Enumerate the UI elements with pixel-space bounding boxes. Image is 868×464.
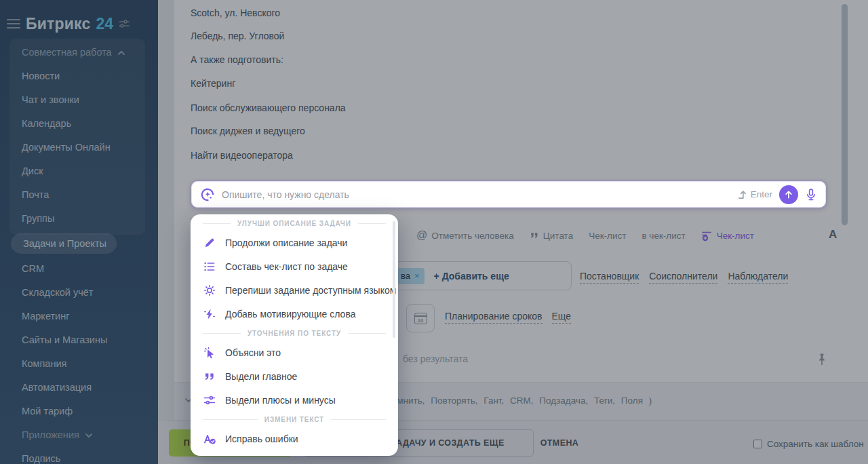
copilot-icon (200, 187, 215, 202)
menu-item-highlight-main[interactable]: Выдели главное (191, 364, 398, 388)
arrow-up-icon (784, 190, 793, 199)
menu-section-edit: ИЗМЕНИ ТЕКСТ (191, 412, 398, 427)
menu-item-add-motivation[interactable]: Добавь мотивирующие слова (191, 302, 398, 326)
menu-item-partial[interactable] (191, 450, 398, 456)
menu-item-pros-cons[interactable]: Выдели плюсы и минусы (191, 388, 398, 412)
menu-item-rewrite-simple[interactable]: Перепиши задание доступным языком (191, 278, 398, 302)
enter-key-icon (737, 189, 747, 200)
sun-icon (203, 284, 216, 296)
menu-section-improve: УЛУЧШИ ОПИСАНИЕ ЗАДАЧИ (191, 216, 398, 231)
lightning-icon (203, 308, 216, 320)
spellcheck-icon (203, 433, 216, 445)
cursor-spark-icon (203, 347, 216, 359)
menu-item-label: Продолжи описание задачи (225, 237, 347, 248)
menu-item-fix-errors[interactable]: Исправь ошибки (191, 427, 398, 450)
bullet-list-icon (203, 260, 216, 273)
microphone-button[interactable] (805, 188, 817, 201)
send-button[interactable] (779, 185, 798, 204)
quotes-icon (203, 370, 216, 383)
copilot-input[interactable] (222, 189, 730, 200)
menu-item-label: Добавь мотивирующие слова (225, 309, 355, 320)
copilot-bar: Enter (191, 181, 826, 208)
menu-item-make-checklist[interactable]: Составь чек-лист по задаче (191, 254, 398, 278)
menu-item-label: Объясни это (225, 347, 281, 358)
menu-item-explain[interactable]: Объясни это (191, 341, 398, 364)
menu-scrollbar[interactable] (393, 221, 395, 338)
menu-item-label: Перепиши задание доступным языком (225, 285, 396, 296)
menu-item-label: Выдели плюсы и минусы (225, 395, 336, 406)
menu-section-clarify: УТОЧНЕНИЯ ПО ТЕКСТУ (191, 326, 398, 341)
dim-overlay (0, 0, 868, 464)
menu-item-label: Составь чек-лист по задаче (225, 261, 348, 272)
menu-item-continue-description[interactable]: Продолжи описание задачи (191, 231, 398, 254)
microphone-icon (805, 188, 817, 201)
copilot-menu: УЛУЧШИ ОПИСАНИЕ ЗАДАЧИ Продолжи описание… (191, 214, 398, 456)
enter-label: Enter (751, 189, 772, 199)
menu-item-label: Выдели главное (225, 371, 297, 382)
enter-hint: Enter (737, 189, 772, 200)
bitrix24-task-screen: Битрикс 24 Совместная работа Новости Чат… (0, 0, 868, 464)
menu-item-label: Исправь ошибки (225, 433, 298, 444)
equalizer-icon (203, 394, 216, 406)
pen-icon (203, 237, 216, 249)
